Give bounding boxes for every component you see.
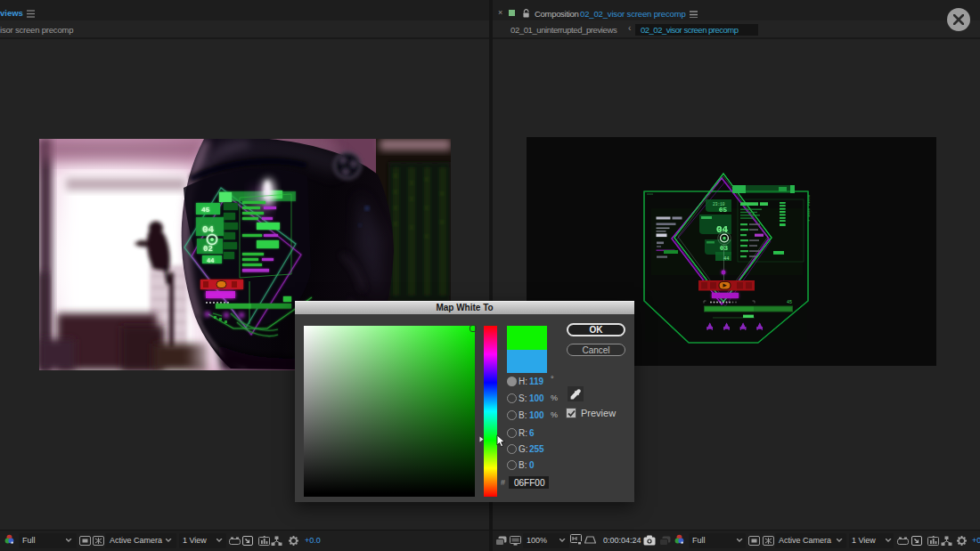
svg-text:02: 02 [203, 245, 213, 254]
svg-text:05: 05 [719, 207, 728, 214]
svg-text:44: 44 [723, 255, 730, 262]
svg-text:45: 45 [201, 206, 210, 214]
svg-text:45: 45 [787, 300, 792, 305]
svg-text:04: 04 [202, 224, 215, 235]
svg-text:7 4838 74008: 7 4838 74008 [807, 194, 811, 222]
svg-text:04: 04 [716, 224, 729, 235]
svg-text:44: 44 [207, 257, 214, 264]
svg-text:23:10: 23:10 [713, 202, 725, 207]
